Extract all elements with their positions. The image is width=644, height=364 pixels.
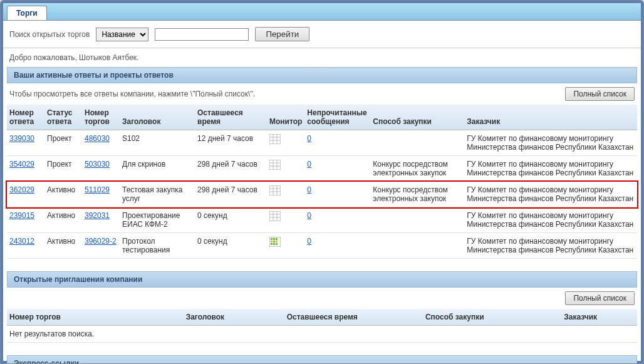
unread-messages-link[interactable]: 0 [307,211,311,220]
response-status: Проект [44,130,82,156]
time-remaining: 0 секунд [195,233,267,259]
section3-header: Экспресс-ссылки [7,355,637,364]
svg-rect-0 [269,134,281,144]
inv-col-time: Оставшееся время [284,309,423,326]
col-unread: Непрочитанные сообщения [304,105,370,130]
search-input[interactable] [155,28,249,41]
section1-info: Чтобы просмотреть все ответы компании, н… [9,90,255,98]
svg-rect-26 [276,241,278,242]
full-list-button-1[interactable]: Полный список [565,87,635,101]
inv-col-title: Заголовок [184,309,284,326]
grid-icon[interactable] [269,211,281,221]
response-number-link[interactable]: 339030 [9,134,34,143]
full-list-button-2[interactable]: Полный список [565,291,635,305]
responses-table-header: Номер ответа Статус ответа Номер торгов … [7,105,637,130]
unread-messages-link[interactable]: 0 [307,134,311,143]
col-mon: Монитор [267,105,304,130]
procurement-method [370,207,464,233]
search-label: Поиск открытых торгов [9,30,90,39]
time-remaining: 298 дней 7 часов [195,156,267,182]
section1-header: Ваши активные ответы и проекты ответов [7,67,637,83]
grid-icon[interactable] [269,185,281,195]
svg-rect-24 [271,241,273,242]
customer-name: ГУ Комитет по финансовому мониторингу Ми… [464,182,637,207]
tabs-bar: Торги [3,3,641,21]
grid-icon[interactable] [269,237,281,247]
tender-number-link[interactable]: 511029 [85,185,110,194]
time-remaining: 12 дней 7 часов [195,130,267,156]
svg-rect-29 [276,243,278,245]
window-inner: Торги Поиск открытых торгов Название Пер… [3,3,641,361]
procurement-method [370,233,464,259]
tender-title: Тестовая закупка услуг [120,182,195,207]
response-number-link[interactable]: 239015 [9,211,34,220]
tender-number-link[interactable]: 392031 [85,211,110,220]
monitor-cell [267,207,304,233]
svg-rect-27 [271,243,273,245]
table-row: 362029Активно511029Тестовая закупка услу… [7,182,637,207]
responses-table: Номер ответа Статус ответа Номер торгов … [7,105,637,259]
customer-name: ГУ Комитет по финансовому мониторингу Ми… [464,233,637,259]
search-bar: Поиск открытых торгов Название Перейти [3,21,641,48]
monitor-cell [267,182,304,207]
tab-trades[interactable]: Торги [7,6,47,20]
unread-messages-link[interactable]: 0 [307,160,311,169]
response-number-link[interactable]: 243012 [9,237,34,246]
monitor-cell [267,156,304,182]
customer-name: ГУ Комитет по финансовому мониторингу Ми… [464,207,637,233]
response-status: Активно [44,233,82,259]
unread-messages-link[interactable]: 0 [307,185,311,194]
time-remaining: 298 дней 7 часов [195,182,267,207]
inv-col-method: Способ закупки [423,309,561,326]
monitor-cell [267,233,304,259]
svg-rect-25 [273,241,275,242]
no-results: Нет результатов поиска. [7,326,637,343]
inv-col-customer: Заказчик [561,309,637,326]
procurement-method [370,130,464,156]
col-customer: Заказчик [464,105,637,130]
tender-title: Протокол тестирования [120,233,195,259]
app-window: Торги Поиск открытых торгов Название Пер… [0,0,644,364]
search-field-select[interactable]: Название [96,28,148,41]
response-status: Активно [44,207,82,233]
col-title: Заголовок [120,105,195,130]
response-status: Проект [44,156,82,182]
svg-rect-5 [269,160,281,170]
tender-number-link[interactable]: 486030 [85,134,110,143]
table-row: 239015Активно392031Проектирование ЕИАС К… [7,207,637,233]
svg-rect-15 [269,211,281,221]
svg-rect-21 [271,238,273,240]
go-button[interactable]: Перейти [255,27,309,41]
tender-title: Для скринов [120,156,195,182]
welcome-text: Добро пожаловать, Шотыков Аятбек. [3,48,641,67]
customer-name: ГУ Комитет по финансовому мониторингу Ми… [464,156,637,182]
table-row: 354029Проект503030Для скринов298 дней 7 … [7,156,637,182]
inv-col-tend-num: Номер торгов [7,309,184,326]
col-resp-num: Номер ответа [7,105,44,130]
table-row: 339030Проект486030S10212 дней 7 часов0ГУ… [7,130,637,156]
tender-number-link[interactable]: 503030 [85,160,110,169]
grid-icon[interactable] [269,160,281,170]
tender-number-link[interactable]: 396029-2 [85,237,117,246]
col-method: Способ закупки [370,105,464,130]
col-time: Оставшееся время [195,105,267,130]
time-remaining: 0 секунд [195,207,267,233]
col-tend-num: Номер торгов [82,105,120,130]
col-resp-stat: Статус ответа [44,105,82,130]
response-status: Активно [44,182,82,207]
svg-rect-10 [269,185,281,195]
customer-name: ГУ Комитет по финансовому мониторингу Ми… [464,130,637,156]
invitations-table: Номер торгов Заголовок Оставшееся время … [7,309,637,343]
tender-title: S102 [120,130,195,156]
response-number-link[interactable]: 354029 [9,160,34,169]
svg-rect-23 [276,238,278,240]
unread-messages-link[interactable]: 0 [307,237,311,246]
section2-header: Открытые приглашения компании [7,271,637,288]
table-row: 243012Активно396029-2Протокол тестирован… [7,233,637,259]
procurement-method: Конкурс посредством электронных закупок [370,182,464,207]
grid-icon[interactable] [269,134,281,144]
table-row: Нет результатов поиска. [7,326,637,343]
response-number-link[interactable]: 362029 [9,185,34,194]
monitor-cell [267,130,304,156]
svg-rect-22 [273,238,275,240]
